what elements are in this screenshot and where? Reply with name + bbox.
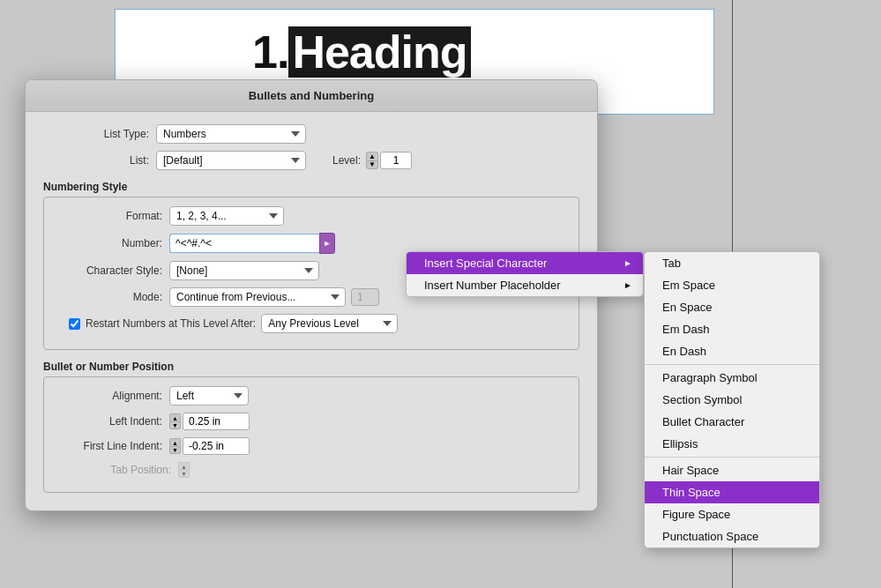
list-type-label: List Type: — [43, 128, 149, 140]
format-row: Format: 1, 2, 3, 4... — [56, 206, 566, 226]
restart-row: Restart Numbers at This Level After: Any… — [56, 314, 566, 333]
level-group: Level: ▲ ▼ 1 — [332, 152, 412, 169]
menu-item-em-dash[interactable]: Em Dash — [645, 318, 819, 340]
list-row: List: [Default] Level: ▲ ▼ 1 — [43, 151, 579, 170]
dialog-body: List Type: Numbers List: [Default] Level… — [26, 112, 597, 493]
menu-item-thin-space[interactable]: Thin Space — [645, 481, 819, 503]
menu-item-hair-space[interactable]: Hair Space — [645, 459, 819, 481]
char-style-select[interactable]: [None] — [169, 261, 319, 280]
alignment-label: Alignment: — [56, 390, 162, 402]
heading-area: 1.Heading — [252, 26, 471, 78]
first-line-input[interactable] — [183, 437, 250, 455]
level-label: Level: — [332, 154, 361, 167]
menu-item-bullet-character[interactable]: Bullet Character — [645, 411, 819, 433]
number-label: Number: — [56, 237, 162, 249]
menu-item-punctuation-space[interactable]: Punctuation Space — [645, 525, 819, 547]
dialog-title: Bullets and Numbering — [26, 80, 597, 112]
number-arrow-btn[interactable]: ► — [319, 233, 335, 254]
context-menu-l1: Insert Special Character ► Insert Number… — [406, 251, 644, 297]
alignment-row: Alignment: Left — [56, 386, 566, 406]
menu-item-ellipsis[interactable]: Ellipsis — [645, 433, 819, 455]
left-indent-row: Left Indent: ▲ ▼ — [56, 413, 566, 430]
alignment-select[interactable]: Left — [169, 386, 249, 406]
menu-arrow-number: ► — [623, 280, 632, 290]
list-type-row: List Type: Numbers — [43, 124, 579, 144]
restart-label: Restart Numbers at This Level After: — [86, 317, 256, 330]
format-select[interactable]: 1, 2, 3, 4... — [169, 206, 284, 226]
first-line-row: First Line Indent: ▲ ▼ — [56, 437, 566, 455]
restart-checkbox[interactable] — [69, 318, 80, 330]
mode-num-wrap: Continue from Previous... — [169, 287, 379, 307]
left-indent-spinner: ▲ ▼ — [169, 413, 181, 429]
tab-pos-label: Tab Position: — [56, 464, 171, 476]
separator-2 — [645, 457, 819, 458]
mode-label: Mode: — [56, 291, 162, 303]
tab-pos-down: ▼ — [178, 470, 190, 478]
menu-item-insert-number-label: Insert Number Placeholder — [424, 279, 561, 292]
menu-item-paragraph-symbol[interactable]: Paragraph Symbol — [645, 367, 819, 389]
left-indent-up[interactable]: ▲ — [169, 413, 181, 421]
level-down-arrow[interactable]: ▼ — [366, 160, 378, 169]
char-style-label: Character Style: — [56, 264, 162, 277]
menu-item-insert-number[interactable]: Insert Number Placeholder ► — [407, 274, 643, 296]
menu-arrow-special: ► — [623, 258, 632, 268]
tab-pos-row: Tab Position: ▲ ▼ — [56, 462, 566, 478]
list-select[interactable]: [Default] — [156, 151, 306, 170]
level-up-arrow[interactable]: ▲ — [366, 152, 378, 160]
list-type-select[interactable]: Numbers — [156, 124, 306, 144]
menu-item-en-space[interactable]: En Space — [645, 296, 819, 318]
mode-select[interactable]: Continue from Previous... — [169, 287, 346, 307]
left-indent-down[interactable]: ▼ — [169, 421, 181, 429]
menu-item-tab[interactable]: Tab — [645, 252, 819, 274]
menu-item-insert-special[interactable]: Insert Special Character ► — [407, 252, 643, 274]
left-indent-label: Left Indent: — [56, 415, 162, 428]
numbering-style-section-label: Numbering Style — [43, 181, 579, 193]
number-input[interactable] — [169, 234, 319, 253]
separator-1 — [645, 364, 819, 365]
heading-highlight: Heading — [288, 26, 470, 78]
context-menu-container: Insert Special Character ► Insert Number… — [406, 251, 644, 297]
level-arrows: ▲ ▼ — [366, 152, 378, 169]
tab-spinner-arrows: ▲ ▼ — [178, 462, 190, 478]
first-line-up[interactable]: ▲ — [169, 438, 181, 446]
context-menu-l2: Tab Em Space En Space Em Dash En Dash Pa… — [644, 251, 820, 548]
left-indent-input[interactable] — [183, 413, 250, 430]
position-section: Alignment: Left Left Indent: ▲ ▼ Firs — [43, 376, 579, 493]
position-section-label: Bullet or Number Position — [43, 361, 579, 373]
menu-item-insert-special-label: Insert Special Character — [424, 257, 547, 270]
restart-select[interactable]: Any Previous Level — [261, 314, 398, 333]
tab-pos-up: ▲ — [178, 462, 190, 470]
first-line-label: First Line Indent: — [56, 440, 162, 452]
first-line-wrap: ▲ ▼ — [169, 437, 250, 455]
first-line-spinner: ▲ ▼ — [169, 438, 181, 454]
list-label: List: — [43, 154, 149, 167]
menu-item-figure-space[interactable]: Figure Space — [645, 503, 819, 525]
left-indent-wrap: ▲ ▼ — [169, 413, 250, 430]
format-label: Format: — [56, 210, 162, 222]
level-spinner: ▲ ▼ 1 — [366, 152, 412, 169]
menu-item-en-dash[interactable]: En Dash — [645, 340, 819, 362]
mode-num-field — [351, 288, 379, 306]
tab-pos-spinner: ▲ ▼ — [178, 462, 191, 478]
menu-item-em-space[interactable]: Em Space — [645, 274, 819, 296]
level-value[interactable]: 1 — [380, 152, 412, 169]
first-line-down[interactable]: ▼ — [169, 446, 181, 454]
number-field-wrap: ► — [169, 233, 335, 254]
menu-item-section-symbol[interactable]: Section Symbol — [645, 389, 819, 411]
